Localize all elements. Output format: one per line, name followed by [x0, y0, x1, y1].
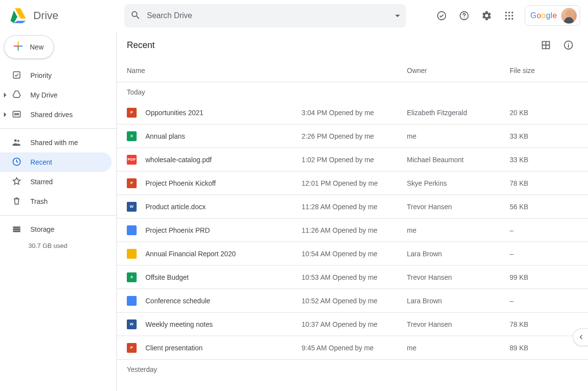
svg-point-6 [505, 15, 507, 17]
svg-point-3 [505, 12, 507, 14]
file-name: Project Phoenix PRD [145, 226, 302, 234]
file-owner: me [407, 132, 510, 140]
sidebar-item-trash[interactable]: Trash [0, 192, 112, 211]
search-bar[interactable] [124, 4, 406, 27]
help-icon[interactable] [454, 6, 474, 25]
file-size: 33 KB [510, 132, 578, 140]
file-name: Weekly meeting notes [145, 320, 302, 328]
expand-icon [4, 93, 6, 98]
file-name: Annual plans [145, 132, 302, 140]
file-owner: Trevor Hansen [407, 320, 510, 328]
file-size: 89 KB [510, 344, 578, 352]
shared-drives-icon [12, 109, 22, 121]
file-size: 20 KB [510, 109, 578, 117]
ppt-file-icon: P [127, 108, 137, 118]
word-file-icon: W [127, 319, 137, 329]
account-switcher[interactable]: Google [525, 5, 580, 26]
file-name: Project Phoenix Kickoff [145, 179, 302, 187]
svg-point-21 [568, 43, 569, 44]
apps-grid-icon[interactable] [499, 6, 519, 25]
sidebar-item-label: Recent [30, 158, 52, 166]
pdf-file-icon: PDF [127, 155, 137, 165]
file-name: wholesale-catalog.pdf [145, 156, 302, 164]
trash-icon [12, 196, 22, 207]
file-row[interactable]: Conference schedule10:52 AM Opened by me… [117, 289, 588, 313]
sheets-file-icon: X [127, 131, 137, 141]
docs-file-icon [127, 296, 137, 306]
file-time: 12:01 PM Opened by me [302, 179, 407, 187]
file-owner: Lara Brown [407, 250, 510, 258]
word-file-icon: W [127, 202, 137, 212]
file-time: 10:53 AM Opened by me [302, 273, 407, 281]
col-name[interactable]: Name [127, 67, 302, 74]
svg-point-10 [509, 18, 511, 20]
file-owner: Skye Perkins [407, 179, 510, 187]
plus-icon [12, 40, 24, 54]
sidebar-item-mydrive[interactable]: My Drive [0, 85, 112, 105]
svg-point-11 [512, 18, 514, 20]
file-row[interactable]: POpportunities 20213:04 PM Opened by meE… [117, 101, 588, 124]
col-owner[interactable]: Owner [407, 67, 510, 74]
expand-icon [4, 112, 6, 117]
recent-icon [12, 157, 22, 168]
file-owner: Elizabeth Fitzgerald [407, 109, 510, 117]
grid-view-icon[interactable] [536, 35, 556, 55]
sidebar-item-label: Priority [30, 72, 52, 79]
sidebar-item-starred[interactable]: Starred [0, 172, 112, 192]
file-name: Product article.docx [145, 203, 302, 211]
mydrive-icon [12, 90, 22, 101]
drive-logo-icon [8, 6, 27, 25]
file-name: Conference schedule [145, 297, 302, 305]
file-size: 78 KB [510, 179, 578, 187]
file-size: 56 KB [510, 203, 578, 211]
settings-gear-icon[interactable] [477, 6, 496, 25]
file-row[interactable]: WWeekly meeting notes10:37 AM Opened by … [117, 313, 588, 336]
search-input[interactable] [147, 11, 389, 20]
sidebar-item-label: Shared drives [30, 111, 72, 119]
file-time: 1:02 PM Opened by me [302, 156, 407, 164]
docs-file-icon [127, 225, 137, 235]
new-button[interactable]: New [4, 35, 54, 59]
sidebar-item-label: Shared with me [30, 139, 78, 147]
storage-used-text: 30.7 GB used [0, 239, 117, 249]
group-label: Today [117, 82, 588, 101]
sidebar-item-storage[interactable]: Storage [0, 220, 112, 239]
file-row[interactable]: XOffsite Budget10:53 AM Opened by meTrev… [117, 266, 588, 289]
sidebar-item-priority[interactable]: Priority [0, 66, 112, 85]
file-owner: me [407, 226, 510, 234]
ppt-file-icon: P [127, 343, 137, 353]
ready-offline-icon[interactable] [432, 6, 451, 25]
sidebar-item-label: Trash [30, 197, 47, 205]
side-panel-toggle[interactable] [573, 328, 588, 346]
file-time: 10:52 AM Opened by me [302, 297, 407, 305]
search-options-icon[interactable] [395, 15, 400, 17]
sidebar-item-label: Starred [30, 178, 53, 186]
file-owner: Trevor Hansen [407, 273, 510, 281]
file-row[interactable]: XAnnual plans2:26 PM Opened by meme33 KB [117, 124, 588, 148]
sidebar-item-recent[interactable]: Recent [0, 152, 112, 172]
avatar [561, 8, 577, 24]
sidebar: New PriorityMy DriveShared drives Shared… [0, 31, 117, 391]
brand[interactable]: Drive [8, 6, 124, 25]
group-label: Yesterday [117, 360, 588, 378]
file-owner: Trevor Hansen [407, 203, 510, 211]
file-row[interactable]: PProject Phoenix Kickoff12:01 PM Opened … [117, 171, 588, 195]
file-name: Offsite Budget [145, 273, 302, 281]
file-row[interactable]: Project Phoenix PRD11:26 AM Opened by me… [117, 219, 588, 242]
file-row[interactable]: Annual Financial Report 202010:54 AM Ope… [117, 242, 588, 266]
file-row[interactable]: PClient presentation9:45 AM Opened by me… [117, 336, 588, 360]
file-time: 10:37 AM Opened by me [302, 320, 407, 328]
file-time: 2:26 PM Opened by me [302, 132, 407, 140]
col-size[interactable]: File size [510, 67, 578, 74]
info-icon[interactable] [559, 35, 578, 55]
file-row[interactable]: WProduct article.docx11:28 AM Opened by … [117, 195, 588, 219]
svg-point-2 [464, 18, 465, 19]
sidebar-item-shared-drives[interactable]: Shared drives [0, 105, 112, 124]
file-name: Annual Financial Report 2020 [145, 250, 302, 258]
sheets-file-icon: X [127, 272, 137, 282]
file-time: 10:54 AM Opened by me [302, 250, 407, 258]
file-row[interactable]: PDFwholesale-catalog.pdf1:02 PM Opened b… [117, 148, 588, 171]
svg-point-4 [509, 12, 511, 14]
file-time: 3:04 PM Opened by me [302, 109, 407, 117]
sidebar-item-shared-with-me[interactable]: Shared with me [0, 133, 112, 152]
